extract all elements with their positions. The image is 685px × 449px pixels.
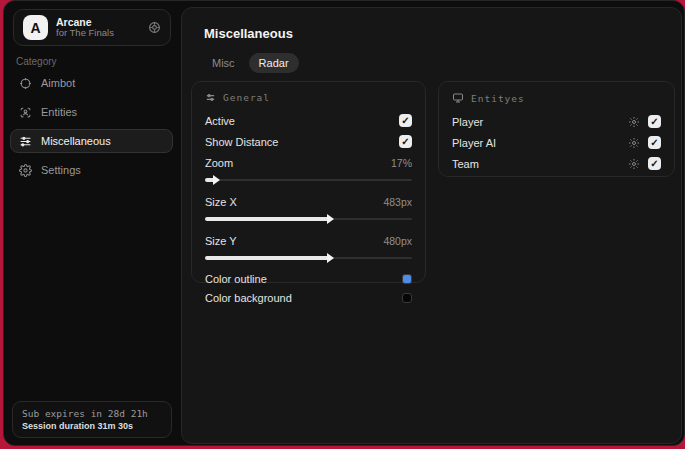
- setting-label: Color outline: [205, 273, 267, 285]
- app-window: A Arcane for The Finals Category: [3, 0, 685, 446]
- gear-icon: [19, 164, 32, 177]
- setting-row-active: Active ✓: [205, 110, 412, 131]
- page-title: Miscellaneous: [204, 26, 293, 41]
- entity-row-player: Player ✓: [452, 111, 661, 132]
- entities-panel-title: Entityes: [471, 93, 525, 104]
- subscription-card: Sub expires in 28d 21h Session duration …: [12, 401, 172, 438]
- monitor-icon: [452, 92, 464, 104]
- slider-track: [205, 179, 412, 181]
- session-duration-text: Session duration 31m 30s: [22, 421, 162, 431]
- setting-row-color-outline: Color outline: [205, 269, 412, 288]
- slider-thumb[interactable]: [327, 253, 334, 263]
- sliders-icon: [19, 135, 32, 148]
- entity-label: Player: [452, 116, 483, 128]
- team-checkbox[interactable]: ✓: [648, 157, 661, 170]
- setting-row-size-y: Size Y 480px: [205, 230, 412, 251]
- crosshair-icon: [19, 77, 32, 90]
- sidebar-item-entities[interactable]: Entities: [10, 100, 173, 124]
- color-background-swatch[interactable]: [402, 293, 412, 303]
- logo-texts: Arcane for The Finals: [56, 16, 140, 39]
- setting-label: Active: [205, 115, 235, 127]
- entities-panel-header: Entityes: [452, 92, 661, 104]
- general-panel-title: General: [223, 92, 270, 103]
- sidebar: A Arcane for The Finals Category: [4, 1, 179, 445]
- setting-row-color-background: Color background: [205, 288, 412, 307]
- sidebar-item-settings[interactable]: Settings: [10, 158, 173, 182]
- sliders-small-icon: [205, 92, 216, 103]
- slider-fill: [205, 256, 329, 260]
- sub-expires-text: Sub expires in 28d 21h: [22, 408, 162, 419]
- sidebar-item-miscellaneous[interactable]: Miscellaneous: [10, 129, 173, 153]
- setting-row-size-x: Size X 483px: [205, 191, 412, 212]
- sidebar-item-label: Aimbot: [41, 77, 75, 89]
- sidebar-item-aimbot[interactable]: Aimbot: [10, 71, 173, 95]
- player-settings-gear-icon[interactable]: [628, 116, 640, 128]
- target-icon[interactable]: [148, 21, 161, 34]
- logo-card: A Arcane for The Finals: [13, 9, 171, 46]
- slider-thumb[interactable]: [213, 175, 220, 185]
- entities-scan-icon: [19, 106, 32, 119]
- slider-fill: [205, 217, 329, 221]
- entity-label: Player AI: [452, 137, 496, 149]
- player-checkbox[interactable]: ✓: [648, 115, 661, 128]
- entity-row-player-ai: Player AI ✓: [452, 132, 661, 153]
- team-settings-gear-icon[interactable]: [628, 158, 640, 170]
- app-logo: A: [23, 15, 48, 40]
- sidebar-item-label: Miscellaneous: [41, 135, 111, 147]
- slider-thumb[interactable]: [327, 214, 334, 224]
- setting-label: Zoom: [205, 157, 233, 169]
- zoom-slider[interactable]: [205, 176, 412, 185]
- entity-row-team: Team ✓: [452, 153, 661, 174]
- entity-label: Team: [452, 158, 479, 170]
- sidebar-item-label: Entities: [41, 106, 77, 118]
- player-ai-settings-gear-icon[interactable]: [628, 137, 640, 149]
- show-distance-checkbox[interactable]: ✓: [399, 135, 412, 148]
- player-ai-checkbox[interactable]: ✓: [648, 136, 661, 149]
- zoom-value: 17%: [391, 157, 412, 169]
- main-content: Miscellaneous Misc Radar General Active …: [181, 7, 682, 444]
- setting-row-zoom: Zoom 17%: [205, 152, 412, 173]
- color-outline-swatch[interactable]: [402, 274, 412, 284]
- app-subtitle: for The Finals: [56, 28, 140, 39]
- sidebar-item-label: Settings: [41, 164, 81, 176]
- entities-panel: Entityes Player ✓ Player AI: [438, 81, 675, 177]
- general-panel: General Active ✓ Show Distance ✓ Zoom 17…: [191, 81, 426, 283]
- tab-radar[interactable]: Radar: [249, 53, 299, 73]
- size-x-slider[interactable]: [205, 215, 412, 224]
- setting-label: Size Y: [205, 235, 237, 247]
- size-y-slider[interactable]: [205, 254, 412, 263]
- category-label: Category: [16, 56, 57, 67]
- active-checkbox[interactable]: ✓: [399, 114, 412, 127]
- setting-label: Size X: [205, 196, 237, 208]
- setting-row-show-distance: Show Distance ✓: [205, 131, 412, 152]
- size-x-value: 483px: [383, 196, 412, 208]
- general-panel-header: General: [205, 92, 412, 103]
- size-y-value: 480px: [383, 235, 412, 247]
- tab-misc[interactable]: Misc: [202, 53, 245, 73]
- sidebar-nav: Aimbot Entities: [10, 71, 173, 182]
- setting-label: Show Distance: [205, 136, 278, 148]
- tab-bar: Misc Radar: [202, 53, 299, 73]
- setting-label: Color background: [205, 292, 292, 304]
